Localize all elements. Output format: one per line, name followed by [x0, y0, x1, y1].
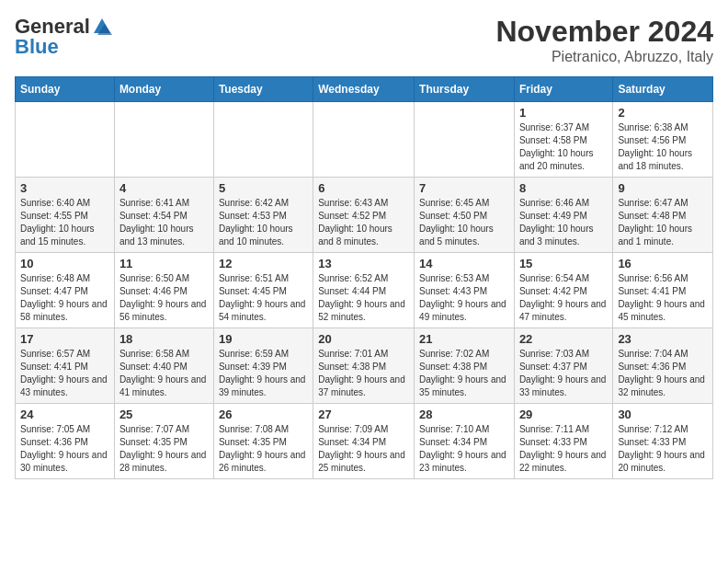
day-number: 2	[618, 106, 708, 120]
day-info: Sunrise: 7:12 AMSunset: 4:33 PMDaylight:…	[618, 423, 708, 475]
day-number: 20	[318, 332, 409, 346]
day-info: Sunrise: 6:43 AMSunset: 4:52 PMDaylight:…	[318, 197, 409, 248]
day-cell: 30Sunrise: 7:12 AMSunset: 4:33 PMDayligh…	[613, 404, 713, 479]
day-info: Sunrise: 6:51 AMSunset: 4:45 PMDaylight:…	[219, 272, 308, 324]
calendar-header: SundayMondayTuesdayWednesdayThursdayFrid…	[16, 77, 713, 102]
day-info: Sunrise: 7:10 AMSunset: 4:34 PMDaylight:…	[419, 423, 509, 475]
day-info: Sunrise: 7:11 AMSunset: 4:33 PMDaylight:…	[519, 423, 608, 475]
day-number: 4	[119, 181, 209, 195]
day-cell: 24Sunrise: 7:05 AMSunset: 4:36 PMDayligh…	[16, 404, 115, 479]
day-cell: 23Sunrise: 7:04 AMSunset: 4:36 PMDayligh…	[613, 328, 713, 404]
day-number: 26	[219, 408, 308, 421]
day-cell: 10Sunrise: 6:48 AMSunset: 4:47 PMDayligh…	[16, 253, 115, 328]
day-info: Sunrise: 6:57 AMSunset: 4:41 PMDaylight:…	[20, 348, 109, 399]
header-day-friday: Friday	[514, 77, 612, 102]
header-day-thursday: Thursday	[415, 77, 515, 102]
page-header: General Blue November 2024 Pietranico, A…	[15, 15, 713, 65]
day-info: Sunrise: 6:40 AMSunset: 4:55 PMDaylight:…	[20, 197, 109, 248]
day-number: 29	[519, 408, 608, 421]
day-number: 12	[219, 257, 308, 270]
header-day-monday: Monday	[114, 77, 213, 102]
day-cell: 17Sunrise: 6:57 AMSunset: 4:41 PMDayligh…	[16, 328, 115, 404]
header-day-sunday: Sunday	[16, 77, 115, 102]
day-info: Sunrise: 6:54 AMSunset: 4:42 PMDaylight:…	[519, 272, 608, 324]
day-number: 28	[419, 408, 509, 421]
day-cell: 20Sunrise: 7:01 AMSunset: 4:38 PMDayligh…	[313, 328, 415, 404]
day-cell: 29Sunrise: 7:11 AMSunset: 4:33 PMDayligh…	[514, 404, 612, 479]
day-cell: 12Sunrise: 6:51 AMSunset: 4:45 PMDayligh…	[213, 253, 313, 328]
title-section: November 2024 Pietranico, Abruzzo, Italy	[495, 15, 713, 65]
day-number: 3	[20, 181, 109, 195]
day-cell: 25Sunrise: 7:07 AMSunset: 4:35 PMDayligh…	[114, 404, 213, 479]
day-info: Sunrise: 6:50 AMSunset: 4:46 PMDaylight:…	[119, 272, 209, 324]
header-day-tuesday: Tuesday	[213, 77, 313, 102]
day-number: 5	[219, 181, 308, 195]
logo: General Blue	[15, 15, 112, 59]
week-row-4: 17Sunrise: 6:57 AMSunset: 4:41 PMDayligh…	[16, 328, 713, 404]
day-number: 13	[318, 257, 409, 270]
day-cell: 8Sunrise: 6:46 AMSunset: 4:49 PMDaylight…	[514, 178, 612, 253]
calendar-table: SundayMondayTuesdayWednesdayThursdayFrid…	[15, 76, 713, 479]
day-number: 1	[519, 106, 608, 120]
header-day-saturday: Saturday	[613, 77, 713, 102]
day-info: Sunrise: 6:53 AMSunset: 4:43 PMDaylight:…	[419, 272, 509, 324]
day-number: 10	[20, 257, 109, 270]
day-info: Sunrise: 6:48 AMSunset: 4:47 PMDaylight:…	[20, 272, 109, 324]
day-number: 24	[20, 408, 109, 421]
day-cell: 13Sunrise: 6:52 AMSunset: 4:44 PMDayligh…	[313, 253, 415, 328]
day-cell: 5Sunrise: 6:42 AMSunset: 4:53 PMDaylight…	[213, 178, 313, 253]
day-number: 15	[519, 257, 608, 270]
day-number: 27	[318, 408, 409, 421]
day-info: Sunrise: 6:58 AMSunset: 4:40 PMDaylight:…	[119, 348, 209, 399]
day-cell: 26Sunrise: 7:08 AMSunset: 4:35 PMDayligh…	[213, 404, 313, 479]
day-cell: 11Sunrise: 6:50 AMSunset: 4:46 PMDayligh…	[114, 253, 213, 328]
day-cell: 16Sunrise: 6:56 AMSunset: 4:41 PMDayligh…	[613, 253, 713, 328]
header-day-wednesday: Wednesday	[313, 77, 415, 102]
day-cell: 21Sunrise: 7:02 AMSunset: 4:38 PMDayligh…	[415, 328, 515, 404]
day-cell: 28Sunrise: 7:10 AMSunset: 4:34 PMDayligh…	[415, 404, 515, 479]
day-info: Sunrise: 6:47 AMSunset: 4:48 PMDaylight:…	[618, 197, 708, 248]
day-cell: 14Sunrise: 6:53 AMSunset: 4:43 PMDayligh…	[415, 253, 515, 328]
day-cell: 18Sunrise: 6:58 AMSunset: 4:40 PMDayligh…	[114, 328, 213, 404]
calendar-body: 1Sunrise: 6:37 AMSunset: 4:58 PMDaylight…	[16, 102, 713, 479]
day-cell: 6Sunrise: 6:43 AMSunset: 4:52 PMDaylight…	[313, 178, 415, 253]
day-info: Sunrise: 6:52 AMSunset: 4:44 PMDaylight:…	[318, 272, 409, 324]
location-title: Pietranico, Abruzzo, Italy	[495, 49, 713, 65]
day-number: 18	[119, 332, 209, 346]
day-info: Sunrise: 7:08 AMSunset: 4:35 PMDaylight:…	[219, 423, 308, 475]
day-number: 7	[419, 181, 509, 195]
day-number: 19	[219, 332, 308, 346]
day-number: 30	[618, 408, 708, 421]
day-info: Sunrise: 6:56 AMSunset: 4:41 PMDaylight:…	[618, 272, 708, 324]
day-info: Sunrise: 7:04 AMSunset: 4:36 PMDaylight:…	[618, 348, 708, 399]
day-number: 11	[119, 257, 209, 270]
day-number: 22	[519, 332, 608, 346]
day-number: 17	[20, 332, 109, 346]
day-number: 25	[119, 408, 209, 421]
day-cell: 19Sunrise: 6:59 AMSunset: 4:39 PMDayligh…	[213, 328, 313, 404]
day-info: Sunrise: 7:05 AMSunset: 4:36 PMDaylight:…	[20, 423, 109, 475]
day-info: Sunrise: 6:46 AMSunset: 4:49 PMDaylight:…	[519, 197, 608, 248]
day-info: Sunrise: 7:01 AMSunset: 4:38 PMDaylight:…	[318, 348, 409, 399]
day-number: 21	[419, 332, 509, 346]
day-cell	[415, 102, 515, 178]
month-title: November 2024	[495, 15, 713, 49]
day-info: Sunrise: 6:42 AMSunset: 4:53 PMDaylight:…	[219, 197, 308, 248]
header-row: SundayMondayTuesdayWednesdayThursdayFrid…	[16, 77, 713, 102]
day-info: Sunrise: 7:09 AMSunset: 4:34 PMDaylight:…	[318, 423, 409, 475]
day-cell	[16, 102, 115, 178]
day-number: 14	[419, 257, 509, 270]
logo-blue-text: Blue	[15, 35, 59, 59]
day-cell: 7Sunrise: 6:45 AMSunset: 4:50 PMDaylight…	[415, 178, 515, 253]
day-cell: 15Sunrise: 6:54 AMSunset: 4:42 PMDayligh…	[514, 253, 612, 328]
day-number: 23	[618, 332, 708, 346]
day-cell: 1Sunrise: 6:37 AMSunset: 4:58 PMDaylight…	[514, 102, 612, 178]
day-cell	[213, 102, 313, 178]
day-info: Sunrise: 7:02 AMSunset: 4:38 PMDaylight:…	[419, 348, 509, 399]
day-info: Sunrise: 6:59 AMSunset: 4:39 PMDaylight:…	[219, 348, 308, 399]
week-row-1: 1Sunrise: 6:37 AMSunset: 4:58 PMDaylight…	[16, 102, 713, 178]
day-cell	[114, 102, 213, 178]
day-number: 16	[618, 257, 708, 270]
day-cell: 9Sunrise: 6:47 AMSunset: 4:48 PMDaylight…	[613, 178, 713, 253]
day-number: 8	[519, 181, 608, 195]
